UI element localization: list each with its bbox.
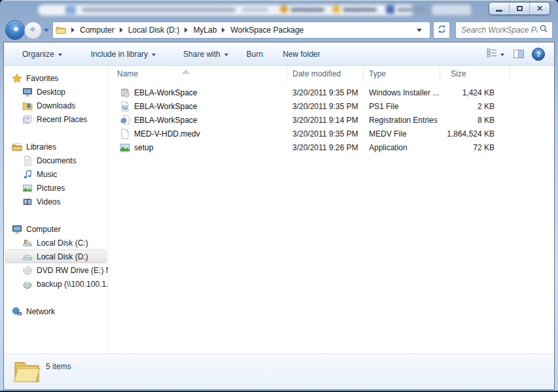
- address-bar[interactable]: Computer Local Disk (D:) MyLab WorkSpace…: [52, 22, 430, 39]
- explorer-window: ✕ Computer Local Disk (D:) MyLab: [0, 0, 558, 392]
- blurred-favicon: [65, 6, 76, 14]
- file-type: Application: [364, 143, 440, 152]
- file-size: 72 KB: [440, 143, 510, 152]
- share-with-button[interactable]: Share with: [178, 46, 234, 62]
- change-view-button[interactable]: [485, 46, 506, 62]
- blurred-tab-icon: [386, 5, 394, 14]
- sidebar-item-downloads[interactable]: Downloads: [4, 99, 108, 112]
- file-size: 1,424 KB: [440, 88, 510, 97]
- column-header-type[interactable]: Type: [364, 66, 440, 82]
- refresh-icon: [437, 24, 447, 37]
- help-button[interactable]: ?: [532, 48, 545, 61]
- sidebar-item-label: Videos: [37, 197, 60, 206]
- close-button[interactable]: ✕: [529, 3, 549, 14]
- file-type: Windows Installer ...: [364, 88, 440, 97]
- breadcrumb-mylab[interactable]: MyLab: [193, 25, 217, 35]
- recent-places-icon: [22, 114, 33, 125]
- search-input[interactable]: [460, 25, 539, 35]
- file-size: 1,864,524 KB: [440, 129, 510, 139]
- breadcrumb-separator-icon: [71, 27, 75, 33]
- column-label: Type: [369, 69, 386, 78]
- column-label: Date modified: [292, 69, 341, 78]
- sidebar-item-local-disk-d[interactable]: Local Disk (D:): [5, 250, 107, 263]
- blurred-tab-icon: [280, 5, 288, 13]
- documents-icon: [22, 155, 33, 166]
- registry-file-icon: [120, 115, 130, 125]
- file-name: setup: [134, 143, 153, 152]
- table-row[interactable]: MED-V-HDD.medv 3/20/2011 9:35 PM MEDV Fi…: [109, 127, 554, 140]
- blurred-tab-text: [397, 8, 425, 12]
- file-name: EBLA-WorkSpace: [134, 88, 198, 97]
- sidebar-item-label: Network: [26, 307, 55, 316]
- include-in-library-button[interactable]: Include in library: [86, 46, 161, 62]
- sidebar-item-desktop[interactable]: Desktop: [4, 85, 108, 99]
- navigation-pane: Favorites Desktop Downloads: [4, 66, 109, 353]
- close-icon: ✕: [536, 5, 543, 12]
- burn-button[interactable]: Burn: [241, 46, 268, 62]
- sidebar-item-label: Local Disk (D:): [37, 252, 88, 261]
- sidebar-item-libraries[interactable]: Libraries: [4, 140, 108, 154]
- refresh-button[interactable]: [433, 22, 450, 39]
- blurred-url-text: [242, 8, 268, 12]
- sidebar-item-dvd-drive[interactable]: DVD RW Drive (E:) N: [4, 263, 108, 277]
- column-header-date-modified[interactable]: Date modified: [287, 66, 364, 82]
- breadcrumb-local-disk-d[interactable]: Local Disk (D:): [128, 25, 180, 35]
- sidebar-item-label: Favorites: [26, 74, 58, 83]
- libraries-icon: [12, 142, 22, 152]
- music-note-icon: [22, 169, 33, 180]
- details-pane: 5 items: [4, 353, 554, 389]
- sidebar-item-favorites[interactable]: Favorites: [4, 71, 108, 85]
- recent-pages-dropdown[interactable]: [44, 29, 49, 32]
- windows-installer-file-icon: [120, 88, 130, 98]
- breadcrumb-workspace-package[interactable]: WorkSpace Package: [230, 25, 304, 35]
- forward-button[interactable]: [24, 22, 42, 39]
- sidebar-item-local-disk-c[interactable]: Local Disk (C:): [4, 236, 108, 250]
- sidebar-item-videos[interactable]: Videos: [4, 195, 108, 208]
- back-button[interactable]: [5, 20, 25, 40]
- maximize-icon: [517, 6, 523, 11]
- column-label: Name: [117, 69, 138, 78]
- explorer-content: Organize Include in library Share with B…: [3, 42, 555, 390]
- statusbar-folder-icon: [12, 357, 42, 387]
- breadcrumb-computer[interactable]: Computer: [80, 25, 114, 35]
- column-header-row: Name Date modified Type Size: [109, 66, 554, 82]
- file-date: 3/20/2011 9:26 PM: [287, 143, 364, 152]
- favorites-star-icon: [12, 73, 22, 84]
- sidebar-item-label: Downloads: [37, 101, 75, 110]
- system-drive-icon: [22, 238, 33, 248]
- sidebar-item-backup-network-drive[interactable]: backup (\\100.100.1.: [4, 277, 108, 291]
- organize-button[interactable]: Organize: [17, 46, 67, 62]
- sidebar-item-label: Documents: [37, 156, 77, 165]
- computer-icon: [12, 224, 22, 235]
- sidebar-item-label: Music: [37, 170, 57, 179]
- sidebar-item-label: DVD RW Drive (E:) N: [37, 266, 109, 275]
- sidebar-item-documents[interactable]: Documents: [4, 154, 108, 167]
- blurred-tab-text: [290, 8, 324, 12]
- new-folder-button[interactable]: New folder: [277, 46, 325, 62]
- file-size: 2 KB: [440, 102, 510, 111]
- chevron-down-icon: [224, 54, 228, 56]
- sidebar-item-computer[interactable]: Computer: [4, 222, 108, 236]
- file-list: Name Date modified Type Size: [109, 66, 554, 353]
- sidebar-item-pictures[interactable]: Pictures: [4, 181, 108, 195]
- column-label: Size: [451, 69, 466, 78]
- table-row[interactable]: EBLA-WorkSpace 3/20/2011 9:14 PM Registr…: [109, 113, 554, 127]
- address-dropdown-icon[interactable]: [417, 29, 422, 32]
- search-icon[interactable]: [539, 24, 548, 36]
- file-type: MEDV File: [364, 129, 440, 139]
- maximize-button[interactable]: [509, 3, 529, 14]
- table-row[interactable]: EBLA-WorkSpace 3/20/2011 9:35 PM Windows…: [109, 86, 554, 99]
- downloads-icon: [22, 101, 33, 111]
- sidebar-item-music[interactable]: Music: [4, 167, 108, 181]
- column-header-name[interactable]: Name: [109, 66, 287, 82]
- sidebar-item-recent-places[interactable]: Recent Places: [4, 112, 108, 126]
- breadcrumb-separator-icon: [222, 27, 225, 33]
- table-row[interactable]: EBLA-WorkSpace 3/20/2011 9:35 PM PS1 Fil…: [109, 99, 554, 113]
- table-row[interactable]: setup 3/20/2011 9:26 PM Application 72 K…: [109, 140, 554, 154]
- drive-icon: [22, 252, 33, 262]
- preview-pane-button[interactable]: [514, 50, 524, 58]
- column-header-size[interactable]: Size: [440, 66, 510, 82]
- network-drive-icon: [22, 279, 33, 289]
- sidebar-item-network[interactable]: Network: [4, 304, 108, 318]
- minimize-button[interactable]: [489, 3, 509, 14]
